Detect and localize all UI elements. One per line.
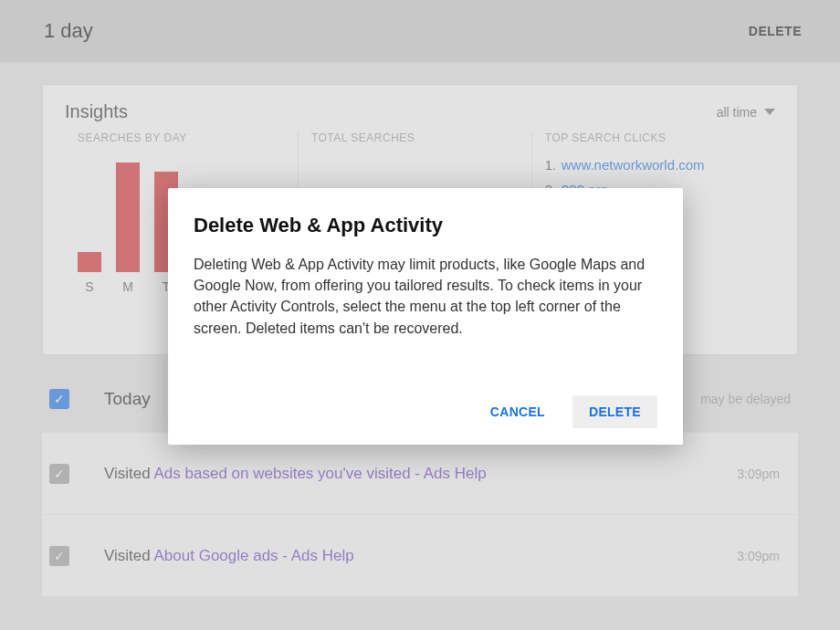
- insights-range-label: all time: [717, 105, 757, 120]
- insights-title: Insights: [65, 101, 128, 122]
- bar-label: S: [85, 279, 93, 294]
- activity-time: 3:09pm: [737, 467, 780, 481]
- activity-link[interactable]: Ads based on websites you've visited - A…: [154, 465, 487, 482]
- col-title: TOP SEARCH CLICKS: [545, 131, 762, 144]
- bar: [116, 163, 140, 272]
- item-checkbox[interactable]: ✓: [49, 546, 69, 566]
- today-label: Today: [104, 389, 151, 409]
- delete-confirm-dialog: Delete Web & App Activity Deleting Web &…: [168, 188, 683, 445]
- topbar-title: 1 day: [44, 19, 93, 43]
- dialog-title: Delete Web & App Activity: [194, 214, 657, 237]
- delay-note: may be delayed: [700, 392, 791, 406]
- dialog-actions: CANCEL DELETE: [194, 395, 657, 428]
- bar-label: M: [122, 279, 133, 294]
- check-icon: ✓: [54, 467, 65, 480]
- bar: [78, 252, 101, 272]
- activity-prefix: Visited: [104, 547, 154, 564]
- col-title: TOTAL SEARCHES: [311, 131, 519, 144]
- activity-list: ✓ Visited Ads based on websites you've v…: [42, 432, 798, 596]
- topbar: 1 day DELETE: [0, 0, 840, 62]
- check-icon: ✓: [54, 550, 65, 562]
- chevron-down-icon: [764, 109, 775, 115]
- top-click-link[interactable]: www.networkworld.com: [562, 157, 705, 173]
- rank: 1.: [545, 157, 562, 173]
- insights-header: Insights all time: [65, 101, 775, 122]
- activity-time: 3:09pm: [737, 549, 780, 563]
- select-all-checkbox[interactable]: ✓: [49, 389, 69, 409]
- bar-col: S: [78, 252, 101, 294]
- activity-text: Visited About Google ads - Ads Help: [104, 547, 354, 565]
- activity-text: Visited Ads based on websites you've vis…: [104, 465, 487, 483]
- cancel-button[interactable]: CANCEL: [474, 395, 562, 428]
- dialog-body: Deleting Web & App Activity may limit pr…: [194, 254, 657, 339]
- activity-item: ✓ Visited About Google ads - Ads Help 3:…: [42, 514, 798, 596]
- activity-link[interactable]: About Google ads - Ads Help: [154, 547, 354, 564]
- insights-range-dropdown[interactable]: all time: [717, 105, 775, 120]
- delete-button[interactable]: DELETE: [572, 395, 657, 428]
- col-title: SEARCHES BY DAY: [78, 131, 285, 144]
- list-item: 1.www.networkworld.com: [545, 157, 762, 173]
- topbar-delete-button[interactable]: DELETE: [749, 24, 802, 38]
- bar-col: M: [116, 163, 140, 294]
- item-checkbox[interactable]: ✓: [49, 464, 69, 484]
- check-icon: ✓: [54, 393, 65, 405]
- activity-prefix: Visited: [104, 465, 154, 482]
